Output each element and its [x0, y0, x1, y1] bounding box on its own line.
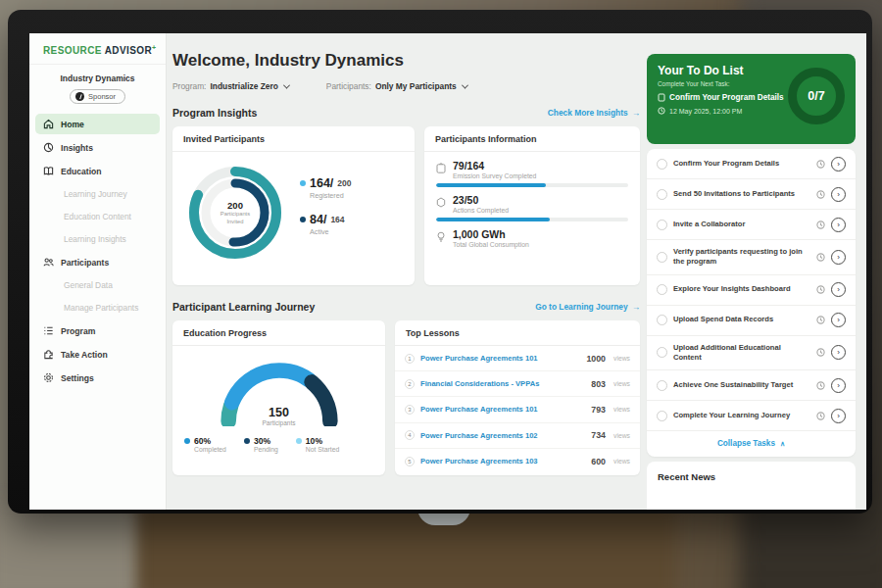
emission-progress-bar [436, 183, 628, 187]
clock-icon [816, 190, 825, 199]
stat-label: Actions Completed [453, 207, 509, 214]
sidebar-item-education-content[interactable]: Education Content [35, 207, 160, 226]
go-to-learning-journey-link[interactable]: Go to Learning Journey [535, 302, 640, 312]
completed-dot-icon [184, 438, 190, 444]
sponsor-badge-label: Sponsor [88, 92, 116, 101]
sidebar-item-home[interactable]: Home [35, 114, 160, 134]
task-row: Confirm Your Program Details › [647, 149, 856, 179]
sidebar-item-label: Learning Journey [64, 189, 127, 199]
education-gauge-chart: 150 Participants [215, 358, 344, 426]
lesson-link[interactable]: Financial Considerations - VPPAs [420, 379, 585, 388]
task-checkbox[interactable] [657, 220, 667, 230]
insights-icon [43, 142, 54, 153]
logo-plus: + [152, 44, 157, 51]
participants-filter[interactable]: Participants:Only My Participants [326, 81, 467, 91]
sponsor-badge: Sponsor [70, 89, 125, 104]
sidebar-item-insights[interactable]: Insights [35, 137, 160, 158]
chevron-down-icon [283, 82, 290, 89]
task-checkbox[interactable] [657, 189, 667, 200]
task-open-button[interactable]: › [831, 282, 846, 297]
document-icon [658, 93, 665, 102]
home-icon [43, 119, 54, 129]
lesson-row: 2 Financial Considerations - VPPAs 803vi… [395, 371, 640, 397]
legend-pct: 10% [306, 436, 322, 446]
task-checkbox[interactable] [657, 159, 667, 170]
task-checkbox[interactable] [657, 252, 667, 263]
stat-label: Total Global Consumption [453, 241, 529, 248]
task-open-button[interactable]: › [831, 378, 846, 393]
lesson-link[interactable]: Power Purchase Agreements 102 [420, 431, 585, 440]
lesson-link[interactable]: Power Purchase Agreements 103 [420, 457, 585, 466]
active-dot-icon [300, 217, 306, 222]
recent-news-panel: Recent News [647, 462, 856, 510]
task-open-button[interactable]: › [831, 157, 846, 172]
desk-surface [127, 502, 676, 588]
legend-label: Not Started [306, 446, 339, 453]
sidebar-item-label: Education [61, 167, 102, 176]
task-checkbox[interactable] [657, 380, 667, 391]
legend-label: Pending [254, 446, 278, 453]
todo-column: Your To Do List Complete Your Next Task:… [647, 33, 856, 510]
logo-text-primary: RESOURCE [43, 45, 102, 56]
participants-filter-label: Participants: [326, 81, 371, 91]
sidebar-item-label: Learning Insights [64, 234, 126, 244]
task-open-button[interactable]: › [831, 250, 846, 265]
sidebar-item-participants[interactable]: Participants [35, 252, 160, 272]
recent-news-title: Recent News [658, 471, 845, 482]
donut-center-label: Participants Invited [213, 211, 258, 224]
task-open-button[interactable]: › [831, 409, 846, 423]
sidebar-item-learning-journey[interactable]: Learning Journey [35, 184, 160, 204]
task-checkbox[interactable] [657, 315, 667, 325]
program-filter[interactable]: Program:Industrialize Zero [172, 81, 289, 91]
program-insights-cards: Invited Participants 200 Participants In… [172, 126, 640, 285]
program-filter-value: Industrialize Zero [210, 81, 277, 91]
learning-journey-header: Participant Learning Journey Go to Learn… [172, 301, 640, 313]
sidebar-item-label: Manage Participants [64, 303, 138, 313]
task-open-button[interactable]: › [831, 218, 846, 232]
lesson-link[interactable]: Power Purchase Agreements 101 [420, 405, 585, 414]
task-checkbox[interactable] [657, 284, 667, 295]
learning-journey-cards: Education Progress 150 Participants 60% [172, 320, 640, 475]
sidebar-item-education[interactable]: Education [35, 161, 160, 181]
stat-emission-survey: 79/164 Emission Survey Completed [436, 160, 628, 179]
legend-value: 84/ [310, 213, 326, 226]
gauge-legend: 60% Completed 30% Pending 10% Not Starte… [172, 426, 385, 453]
sidebar-item-program[interactable]: Program [35, 320, 160, 341]
todo-tasks-panel: Confirm Your Program Details › Send 50 I… [647, 149, 856, 457]
task-checkbox[interactable] [657, 347, 667, 358]
education-icon [43, 166, 54, 176]
collapse-tasks-link[interactable]: Collapse Tasks [647, 431, 856, 457]
task-open-button[interactable]: › [831, 313, 846, 327]
sidebar-item-general-data[interactable]: General Data [35, 275, 160, 295]
legend-label: Completed [194, 446, 226, 453]
sidebar-item-learning-insights[interactable]: Learning Insights [35, 229, 160, 249]
views-suffix: views [613, 432, 630, 439]
legend-pct: 60% [194, 436, 211, 446]
task-checkbox[interactable] [657, 411, 667, 421]
card-title: Top Lessons [395, 320, 640, 346]
sponsor-icon [75, 92, 84, 101]
views-suffix: views [613, 355, 630, 362]
participants-icon [43, 257, 54, 268]
task-row: Complete Your Learning Journey › [647, 401, 856, 431]
task-label: Explore Your Insights Dashboard [673, 284, 810, 294]
education-progress-card: Education Progress 150 Participants 60% [172, 320, 385, 475]
sidebar-item-label: Take Action [61, 350, 108, 360]
sidebar-item-label: Home [61, 120, 84, 129]
views-suffix: views [613, 458, 630, 465]
top-lessons-card: Top Lessons 1 Power Purchase Agreements … [395, 320, 640, 475]
check-more-insights-link[interactable]: Check More Insights [548, 108, 640, 118]
sidebar-item-settings[interactable]: Settings [35, 368, 160, 388]
sidebar-item-label: Insights [61, 143, 93, 153]
task-open-button[interactable]: › [831, 345, 846, 360]
lesson-row: 1 Power Purchase Agreements 101 1000view… [395, 346, 640, 371]
lesson-link[interactable]: Power Purchase Agreements 101 [420, 354, 580, 363]
clock-icon [816, 285, 825, 294]
sidebar-item-take-action[interactable]: Take Action [35, 344, 160, 365]
legend-pct: 30% [254, 436, 270, 446]
todo-progress-ring: 0/7 [788, 68, 845, 124]
sidebar-item-manage-participants[interactable]: Manage Participants [35, 298, 160, 318]
dashboard-screen: RESOURCE ADVISOR+ Industry Dynamics Spon… [29, 33, 866, 510]
task-open-button[interactable]: › [831, 187, 846, 202]
sidebar-item-label: Participants [61, 258, 109, 268]
